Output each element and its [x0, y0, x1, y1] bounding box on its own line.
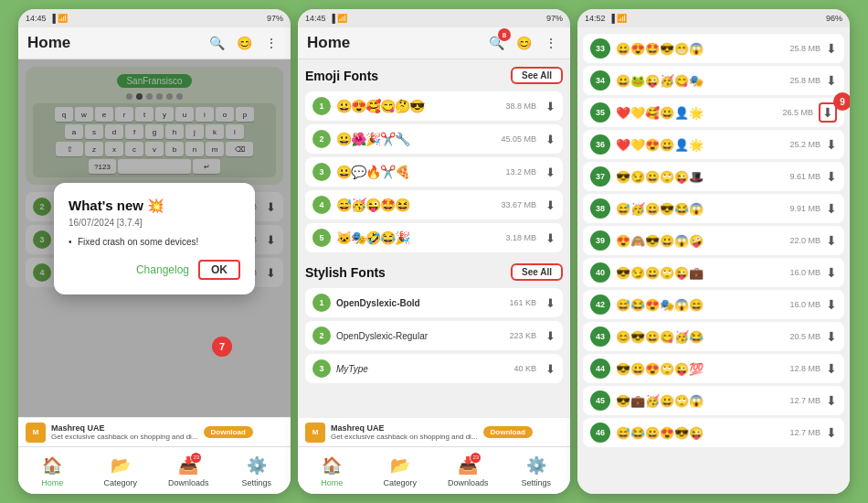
- ok-button[interactable]: OK: [198, 260, 240, 280]
- modal-actions: Changelog OK: [69, 260, 240, 280]
- emoji-font-item-2: 2 😀🌺🎉✂️🔧 45.05 MB ⬇: [305, 124, 563, 154]
- stylish-see-all-btn[interactable]: See All: [511, 263, 563, 281]
- dl-icon-42[interactable]: ⬇: [826, 297, 837, 312]
- emoji-dl-2[interactable]: ⬇: [545, 133, 556, 146]
- search-icon-1[interactable]: 🔍: [206, 33, 227, 53]
- dl-icon-38[interactable]: ⬇: [826, 201, 837, 216]
- status-bar-1: 14:45 ▐ 📶 97%: [18, 9, 291, 27]
- signal-icons-1: ▐ 📶: [50, 14, 69, 23]
- content-3: 33😀😍🤩😎😁😱25.8 MB⬇34😀🐸😜🥳😋🎭25.8 MB⬇935❤️💛🥰😀…: [577, 27, 850, 494]
- nav-home-1[interactable]: 🏠 Home: [18, 455, 87, 487]
- ad-download-btn-1[interactable]: Download: [204, 426, 253, 438]
- header-title-2: Home: [307, 34, 350, 52]
- downloads-badge-1: 23: [191, 453, 201, 463]
- nav-category-label-2: Category: [383, 478, 417, 487]
- emoji-dl-1[interactable]: ⬇: [545, 100, 556, 113]
- emoji-section-header: Emoji Fonts See All: [298, 59, 570, 88]
- nav-settings-label-1: Settings: [241, 478, 271, 487]
- header-title-1: Home: [27, 34, 70, 52]
- stylish-font-2: 2 OpenDyslexic-Regular 223 KB ⬇: [305, 321, 563, 350]
- stylish-dl-3[interactable]: ⬇: [545, 362, 556, 376]
- emoji-dl-4[interactable]: ⬇: [545, 198, 556, 212]
- status-bar-2: 14:45 ▐ 📶 97%: [298, 9, 570, 27]
- more-icon-2[interactable]: ⋮: [541, 33, 561, 53]
- emoji-list-item-34: 34😀🐸😜🥳😋🎭25.8 MB⬇: [583, 66, 844, 95]
- modal-version: 16/07/2024 [3.7.4]: [69, 218, 240, 228]
- nav-downloads-label-2: Downloads: [448, 478, 489, 487]
- dl-icon-37[interactable]: ⬇: [826, 169, 837, 184]
- ad-text-1: Get exclusive cashback on shopping and d…: [51, 433, 198, 442]
- downloads-icon-2: 📥 23: [457, 455, 479, 476]
- ad-content-1: Mashreq UAE Get exclusive cashback on sh…: [51, 423, 198, 442]
- ad-logo-1: M: [26, 423, 46, 443]
- dl-icon-40[interactable]: ⬇: [826, 265, 837, 280]
- emoji-list-item-33: 33😀😍🤩😎😁😱25.8 MB⬇: [583, 34, 844, 63]
- emoji-icon-2[interactable]: 😊: [513, 33, 534, 53]
- ad-name-2: Mashreq UAE: [331, 423, 478, 433]
- stylish-font-list: 1 OpenDyslexic-Bold 161 KB ⬇ 2 OpenDysle…: [298, 288, 570, 383]
- bottom-nav-2: 🏠 Home 📂 Category 📥 23 Downloads ⚙️ Sett…: [298, 446, 570, 494]
- emoji-font-item-5: 5 🐱🎭🤣😂🎉 3.18 MB ⬇: [305, 223, 563, 252]
- emoji-see-all-btn[interactable]: See All: [511, 67, 563, 84]
- dl-icon-33[interactable]: ⬇: [826, 41, 837, 56]
- nav-downloads-1[interactable]: 📥 23 Downloads: [154, 455, 223, 487]
- nav-category-label-1: Category: [103, 478, 137, 487]
- stylish-font-1: 1 OpenDyslexic-Bold 161 KB ⬇: [305, 288, 563, 317]
- nav-downloads-label-1: Downloads: [168, 478, 209, 487]
- nav-home-label-2: Home: [321, 478, 343, 487]
- time-1: 14:45: [26, 14, 47, 23]
- emoji-list-item-39: 39😍🙈😎😀😱🤪22.0 MB⬇: [583, 226, 844, 255]
- ad-banner-2: M Mashreq UAE Get exclusive cashback on …: [298, 417, 570, 446]
- dl-icon-46[interactable]: ⬇: [826, 425, 837, 440]
- emoji-dl-3[interactable]: ⬇: [545, 166, 556, 179]
- dl-icon-45[interactable]: ⬇: [826, 393, 837, 408]
- nav-settings-label-2: Settings: [521, 478, 551, 487]
- stylish-dl-1[interactable]: ⬇: [545, 296, 556, 310]
- home-icon-2: 🏠: [321, 455, 343, 476]
- nav-settings-1[interactable]: ⚙️ Settings: [223, 455, 291, 487]
- search-icon-2[interactable]: 🔍 8: [486, 33, 506, 53]
- dl-icon-36[interactable]: ⬇: [826, 137, 837, 152]
- screen-3: 14:52 ▐ 📶 96% 33😀😍🤩😎😁😱25.8 MB⬇34😀🐸😜🥳😋🎭25…: [577, 9, 850, 494]
- emoji-list-item-38: 38😅🥳😀😎😂😱9.91 MB⬇: [583, 194, 844, 223]
- battery-3: 96%: [826, 14, 842, 23]
- signal-icons-2: ▐ 📶: [330, 14, 348, 23]
- downloads-icon-1: 📥 23: [177, 455, 199, 476]
- dl-icon-44[interactable]: ⬇: [826, 361, 837, 376]
- whats-new-modal: What's new 💥 16/07/2024 [3.7.4] Fixed cr…: [54, 183, 255, 294]
- stylish-dl-2[interactable]: ⬇: [545, 329, 556, 343]
- screen-1: 14:45 ▐ 📶 97% Home 🔍 😊 ⋮ SanFransisco: [18, 9, 291, 494]
- nav-category-1[interactable]: 📂 Category: [87, 455, 155, 487]
- ad-banner-1: M Mashreq UAE Get exclusive cashback on …: [18, 417, 291, 446]
- nav-category-2[interactable]: 📂 Category: [366, 455, 435, 487]
- dl-icon-39[interactable]: ⬇: [826, 233, 837, 248]
- ad-download-btn-2[interactable]: Download: [483, 426, 533, 438]
- nav-settings-2[interactable]: ⚙️ Settings: [503, 455, 571, 487]
- settings-icon-2: ⚙️: [525, 455, 547, 476]
- app-header-2: Home 🔍 8 😊 ⋮: [298, 27, 570, 59]
- content-1: SanFransisco q w e r t y u i: [18, 59, 291, 417]
- screen-2: 14:45 ▐ 📶 97% Home 🔍 8 😊 ⋮ Emoji Fonts S…: [298, 9, 570, 494]
- nav-downloads-2[interactable]: 📥 23 Downloads: [434, 455, 503, 487]
- ad-logo-2: M: [305, 423, 325, 443]
- emoji-list-item-40: 40😎😏😀🙄😜💼16.0 MB⬇: [583, 258, 844, 287]
- dl-icon-43[interactable]: ⬇: [826, 329, 837, 344]
- search-badge-2: 8: [498, 28, 511, 41]
- bottom-nav-1: 🏠 Home 📂 Category 📥 23 Downloads ⚙️ Sett…: [18, 446, 291, 494]
- nav-home-2[interactable]: 🏠 Home: [298, 455, 366, 487]
- emoji-font-item-3: 3 😀💬🔥✂️🍕 13.2 MB ⬇: [305, 157, 563, 187]
- status-bar-3: 14:52 ▐ 📶 96%: [577, 9, 850, 27]
- emoji-list-item-45: 45😎💼🥳😀🙄😱12.7 MB⬇: [583, 386, 844, 415]
- changelog-button[interactable]: Changelog: [136, 263, 189, 276]
- more-icon-1[interactable]: ⋮: [261, 33, 281, 53]
- modal-item-1: Fixed crash on some devices!: [69, 235, 240, 249]
- ad-text-2: Get exclusive cashback on shopping and d…: [331, 433, 478, 442]
- time-3: 14:52: [585, 14, 606, 23]
- emoji-dl-5[interactable]: ⬇: [545, 231, 556, 245]
- emoji-list-item-46: 46😅😂😀😍😎😜12.7 MB⬇: [583, 418, 844, 447]
- dl-icon-34[interactable]: ⬇: [826, 73, 837, 88]
- emoji-list-item-43: 43😊😎😀😋🥳😂20.5 MB⬇: [583, 322, 844, 351]
- emoji-list-item-42: 42😅😂😍🎭😱😄16.0 MB⬇: [583, 290, 844, 319]
- emoji-icon-1[interactable]: 😊: [234, 33, 254, 53]
- step-7: 7: [212, 337, 232, 357]
